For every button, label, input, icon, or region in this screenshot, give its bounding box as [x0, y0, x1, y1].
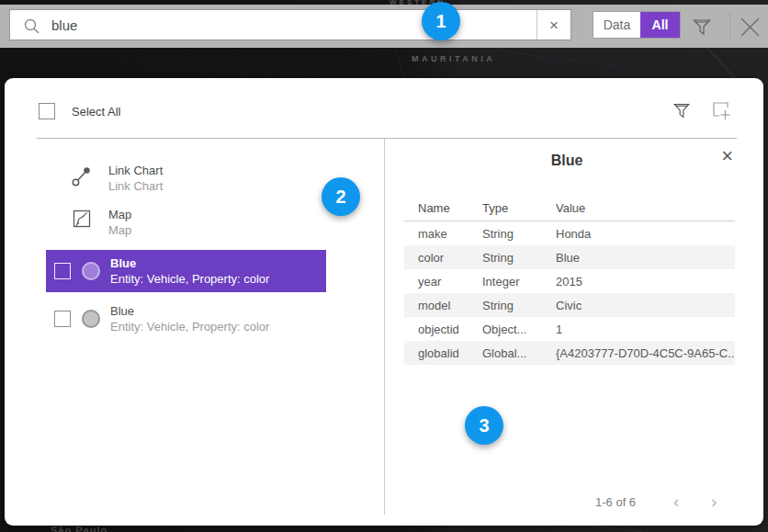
filter-icon[interactable] [691, 16, 713, 38]
cell-type: Object... [482, 323, 556, 336]
cell-value: Civic [556, 299, 735, 312]
result-title: Map [108, 208, 131, 221]
attribute-table: Name Type Value make String Honda color … [404, 196, 735, 365]
cell-name: model [418, 299, 482, 312]
table-row: objectid Object... 1 [404, 317, 735, 341]
callout-badge-1: 1 [422, 2, 460, 40]
table-row: year Integer 2015 [404, 269, 735, 293]
cell-name: globalid [418, 346, 482, 360]
result-item-blue-selected[interactable]: Blue Entity: Vehicle, Property: color [46, 250, 326, 292]
cell-type: String [482, 227, 556, 241]
entity-circle-icon [82, 310, 100, 328]
column-header-value: Value [556, 201, 735, 215]
add-to-selection-icon[interactable] [710, 99, 732, 121]
result-checkbox[interactable] [54, 263, 71, 279]
result-checkbox[interactable] [54, 311, 71, 327]
scope-toggle: Data All [593, 11, 681, 39]
result-title: Blue [110, 256, 269, 270]
detail-panel: Blue × Name Type Value make String Honda… [384, 138, 750, 515]
cell-type: Global... [482, 346, 556, 360]
link-chart-icon [71, 165, 93, 187]
column-header-name: Name [418, 201, 482, 215]
result-title: Link Chart [108, 164, 163, 177]
cell-name: objectid [418, 323, 482, 336]
result-subtitle: Map [108, 223, 131, 237]
search-icon [23, 17, 40, 35]
app-screen: WESTERN MAURITANIA São Paulo × Data All [0, 0, 768, 532]
table-row: globalid Global... {A4203777-D70D-4C5C-9… [404, 341, 735, 365]
select-all-checkbox[interactable] [39, 103, 55, 119]
cell-value: Blue [556, 251, 735, 265]
cell-value: {A4203777-D70D-4C5C-9A65-C... [556, 346, 735, 360]
result-item-blue[interactable]: Blue Entity: Vehicle, Property: color [46, 298, 326, 340]
select-all-label: Select All [72, 105, 120, 119]
result-subtitle: Entity: Vehicle, Property: color [110, 272, 269, 286]
pagination-next-icon[interactable]: › [711, 492, 717, 512]
cell-type: Integer [482, 275, 556, 289]
entity-circle-icon [82, 262, 100, 280]
callout-badge-2: 2 [322, 177, 360, 216]
search-toolbar: × Data All [0, 5, 768, 48]
toolbar-divider [729, 12, 730, 40]
close-search-icon[interactable] [738, 15, 762, 40]
table-row: color String Blue [404, 245, 735, 269]
panel-filter-icon[interactable] [672, 100, 692, 120]
clear-search-button[interactable]: × [536, 10, 570, 40]
scope-all-button[interactable]: All [640, 12, 680, 38]
scope-data-button[interactable]: Data [593, 12, 640, 38]
cell-type: String [482, 251, 556, 265]
cell-value: 2015 [556, 275, 735, 289]
cell-value: Honda [556, 227, 735, 241]
results-panel: Select All Link Chart Link Chart [5, 78, 763, 526]
result-item-map[interactable]: Map Map [46, 208, 326, 243]
table-row: model String Civic [404, 293, 735, 317]
table-row: make String Honda [404, 221, 735, 245]
pagination: 1-6 of 6 ‹ › [384, 492, 750, 514]
attribute-table-header: Name Type Value [404, 196, 735, 221]
callout-badge-3: 3 [465, 406, 503, 445]
result-title: Blue [110, 304, 269, 318]
map-label-sao-paulo: São Paulo [51, 525, 107, 532]
cell-value: 1 [556, 323, 735, 336]
map-label-mauritania: MAURITANIA [412, 54, 495, 63]
result-item-link-chart[interactable]: Link Chart Link Chart [46, 164, 326, 198]
cell-name: make [418, 227, 482, 241]
pagination-prev-icon[interactable]: ‹ [673, 492, 679, 512]
detail-title: Blue [384, 153, 750, 169]
result-subtitle: Entity: Vehicle, Property: color [110, 320, 269, 334]
search-box: × [9, 9, 571, 40]
pagination-count: 1-6 of 6 [595, 495, 636, 509]
map-icon [73, 209, 91, 228]
detail-close-icon[interactable]: × [721, 146, 733, 166]
column-header-type: Type [482, 201, 556, 215]
cell-name: year [418, 275, 482, 289]
cell-name: color [418, 251, 482, 265]
result-subtitle: Link Chart [108, 179, 163, 193]
cell-type: String [482, 299, 556, 312]
